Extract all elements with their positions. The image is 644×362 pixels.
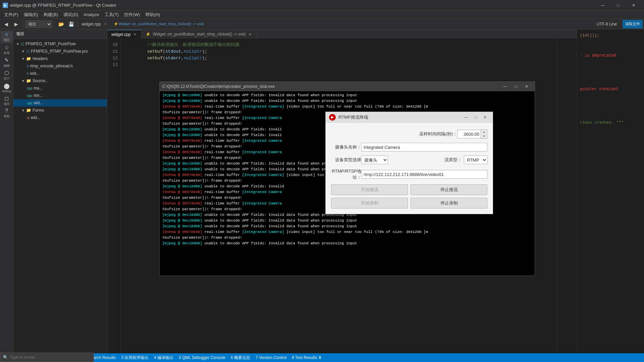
code-line-11: setbuf(stdout,nullptr);: [126, 48, 551, 55]
sidebar-item-project[interactable]: ≡ 项目: [1, 31, 13, 43]
status-compile[interactable]: 4 编译输出: [151, 353, 176, 362]
tree-item-source-2[interactable]: cpp rtm...: [13, 92, 107, 99]
window-controls: — □ ✕: [595, 0, 641, 11]
menu-tools[interactable]: 工具(T): [102, 11, 122, 18]
menu-controls[interactable]: 控件(W): [121, 11, 143, 18]
terminal-line-2: [mjpeg @ 0ec18d00] unable to decode APP …: [162, 98, 532, 104]
project-selector[interactable]: 项目: [25, 20, 52, 28]
terminal-maximize[interactable]: □: [511, 82, 521, 90]
sidebar-item-welcome[interactable]: ☆ 欢迎: [1, 44, 13, 56]
toolbar-open[interactable]: 📂: [56, 20, 66, 28]
camera-name-input[interactable]: [361, 143, 487, 152]
terminal-line-24: [mjpeg @ 0ec18d00] unable to decode APP …: [162, 224, 532, 229]
tab-label: widget.cpp: [111, 32, 130, 37]
rtmp-label: RTMP/RTSP地址：: [331, 168, 361, 180]
tree-item-headers[interactable]: ▼ 📁 Headers: [13, 55, 107, 62]
terminal-line-27: [mjpeg @ 0ec18d00] unable to decode APP …: [162, 241, 532, 246]
menu-file[interactable]: 文件(F): [1, 11, 21, 18]
editor-area: widget.cpp ✕ ⚡ Widget::on_pushButton_sta…: [107, 29, 577, 353]
app-icon: ▶: [3, 3, 8, 8]
locate-bar: 🔍: [0, 353, 94, 362]
menu-help[interactable]: 帮助(H): [143, 11, 163, 18]
stream-type-select[interactable]: RTMP: [464, 156, 487, 164]
terminal-title-text: C:\Qt\Qt5.12.6\Tools\QtCreator\bin\qtcre…: [162, 84, 275, 89]
stream-type-label: 流类型：: [444, 157, 462, 163]
maximize-button[interactable]: □: [610, 0, 626, 11]
menu-build[interactable]: 构建(B): [41, 11, 61, 18]
encoding-label: UTF-8 Line:: [594, 22, 621, 26]
device-type-select[interactable]: 摄像头: [361, 156, 388, 164]
rtmp-input[interactable]: [361, 170, 487, 179]
right-code-line-1: (int)));: [580, 32, 641, 39]
toolbar-cloud[interactable]: 读取文件: [623, 20, 643, 28]
tab-function[interactable]: ⚡ Widget::on_pushButton_start_rtmp_click…: [142, 30, 256, 39]
tab-separator: ✕: [103, 21, 108, 27]
sample-interval-input[interactable]: [457, 130, 481, 138]
tab-function-close[interactable]: ✕: [248, 32, 252, 37]
right-code-line-4: rious crashes. ***: [580, 119, 641, 126]
active-file-tab[interactable]: widget.cpp: [80, 22, 102, 26]
locate-input[interactable]: [10, 355, 91, 360]
dialog-maximize[interactable]: □: [471, 113, 480, 121]
sidebar-item-edit[interactable]: ✎ 编辑: [1, 56, 13, 68]
dialog-close[interactable]: ✕: [481, 113, 489, 121]
terminal-minimize[interactable]: —: [500, 82, 511, 90]
locate-search-icon: 🔍: [3, 355, 8, 360]
sample-interval-label: 采样时间间隔(秒)：: [419, 131, 457, 137]
tab-bar: widget.cpp ✕ ⚡ Widget::on_pushButton_sta…: [107, 29, 577, 39]
sample-interval-row: 采样时间间隔(秒)： ▲ ▼: [331, 129, 487, 139]
sidebar-item-projects[interactable]: ◻ 项目: [1, 95, 13, 107]
tree-item-sources[interactable]: ▼ 📁 Source...: [13, 77, 107, 84]
menu-analyze[interactable]: Analyze: [81, 11, 102, 18]
function-breadcrumb[interactable]: ⚡Widget::on_pushButton_start_rtmp_clicke…: [112, 22, 205, 26]
dialog-title-text: RTMP推流终端: [338, 114, 368, 120]
tree-item-project-root[interactable]: ▼ ◻ FFMPEG_RTMP_PushFlow: [13, 40, 107, 48]
right-code-line-3: pointer constant: [580, 86, 641, 93]
tree-item-pro-file[interactable]: ▼ ◻ FFMPEG_RTMP_PushFlow.pro: [13, 48, 107, 55]
project-panel: 项目 ▼ ◻ FFMPEG_RTMP_PushFlow ▼ ◻ FFMPEG_R…: [13, 29, 107, 353]
tree-item-forms[interactable]: ▼ 📁 Forms: [13, 107, 107, 114]
status-app-output[interactable]: 3 应用程序输出: [118, 353, 151, 362]
start-stream-button[interactable]: 开始推流: [331, 184, 408, 195]
stop-stream-button[interactable]: 停止推流: [411, 184, 487, 195]
right-code-line-2: ' is deprecated: [580, 52, 641, 59]
close-button[interactable]: ✕: [626, 0, 641, 11]
toolbar-back[interactable]: ◀: [1, 20, 11, 28]
tree-item-header-1[interactable]: h rtmp_encode_pthread.h: [13, 62, 107, 70]
tab-function-icon: ⚡: [146, 32, 151, 37]
tree-item-source-3[interactable]: cpp wid...: [13, 99, 107, 107]
toolbar-forward[interactable]: ▶: [11, 20, 21, 28]
right-code-content: (int))); ' is deprecated pointer constan…: [577, 29, 644, 129]
menu-edit[interactable]: 编辑(E): [21, 11, 41, 18]
spinbox-up[interactable]: ▲: [481, 130, 487, 134]
sidebar-item-debug[interactable]: ⬤ Debug: [1, 82, 13, 94]
tree-item-source-1[interactable]: cpp ma...: [13, 84, 107, 92]
tree-item-form-1[interactable]: ui wid...: [13, 114, 107, 121]
main-area: ≡ 项目 ☆ 欢迎 ✎ 编辑 ⬡ 设计 ⬤ Debug ◻ 项目: [0, 29, 644, 353]
record-buttons: 开始录制 停止录制: [331, 198, 487, 208]
camera-name-row: 摄像头名称：: [331, 143, 487, 152]
terminal-line-26: tbufsize parameter])! frame dropped!: [162, 235, 532, 241]
status-overview[interactable]: 6 概要信息: [228, 353, 253, 362]
toolbar-save[interactable]: 💾: [66, 20, 76, 28]
start-record-button[interactable]: 开始录制: [331, 198, 408, 208]
spinbox-down[interactable]: ▼: [481, 134, 487, 138]
menu-debug[interactable]: 调试(D): [61, 11, 81, 18]
minimize-button[interactable]: —: [595, 0, 610, 11]
sidebar-item-help[interactable]: ? 帮助: [1, 107, 13, 119]
project-panel-header: 项目: [13, 29, 107, 39]
status-tests[interactable]: 8 Test Results ⬆: [289, 353, 324, 362]
status-bar: FFM...low ▶ ▶▶ Release 1 问题③ 2 Search Re…: [0, 353, 644, 362]
status-qml[interactable]: 5 QML Debugger Console: [176, 353, 228, 362]
stop-record-button[interactable]: 停止录制: [411, 198, 487, 208]
terminal-title-bar: C:\Qt\Qt5.12.6\Tools\QtCreator\bin\qtcre…: [160, 82, 535, 91]
toolbar-sep-2: [54, 21, 54, 27]
tab-widget-cpp[interactable]: widget.cpp ✕: [107, 30, 142, 39]
device-type-label: 设备类型选择: [331, 157, 361, 163]
sidebar-item-design[interactable]: ⬡ 设计: [1, 69, 13, 81]
status-vcs[interactable]: 7 Version Control: [253, 353, 289, 362]
tab-close-icon[interactable]: ✕: [132, 32, 137, 37]
tree-item-header-2[interactable]: h wid...: [13, 70, 107, 77]
dialog-minimize[interactable]: —: [462, 113, 471, 121]
terminal-close[interactable]: ✕: [521, 82, 532, 90]
